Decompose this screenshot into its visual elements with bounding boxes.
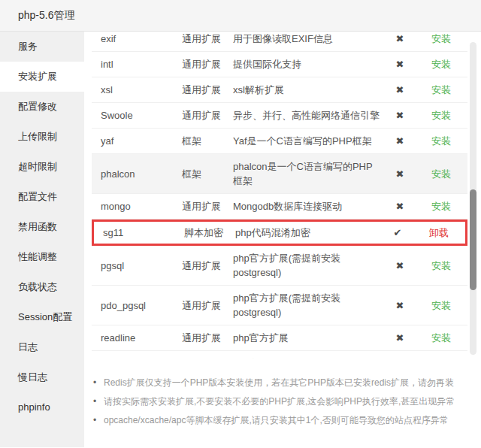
extension-type: 通用扩展	[182, 356, 233, 359]
action-cell: 安装	[415, 57, 467, 71]
extension-desc: Yaf是一个C语言编写的PHP框架	[233, 134, 385, 148]
status-cell: ✖	[385, 108, 415, 123]
content-panel: exif通用扩展用于图像读取EXIF信息✖安装intl通用扩展提供国际化支持✖安…	[84, 32, 481, 447]
sidebar-item-upload[interactable]: 上传限制	[0, 122, 84, 152]
status-cell: ✖	[385, 32, 415, 46]
action-cell: 安装	[415, 83, 467, 97]
status-cell: ✖	[385, 83, 415, 97]
status-not-installed-icon: ✖	[396, 300, 404, 311]
action-cell: 安装	[415, 259, 467, 273]
action-cell: 安装	[415, 356, 467, 359]
sidebar-item-extensions[interactable]: 安装扩展	[0, 62, 84, 92]
extension-type: 脚本加密	[184, 226, 235, 240]
extension-name: yaf	[92, 134, 182, 148]
status-cell: ✖	[385, 259, 415, 273]
extension-row-phalcon: phalcon框架phalcon是一个C语言编写的PHP框架✖安装	[92, 154, 467, 194]
action-cell: 安装	[415, 32, 467, 46]
extension-desc: Mongodb数据库连接驱动	[233, 199, 385, 213]
extension-desc: 用于图像读取EXIF信息	[233, 32, 385, 46]
action-cell: 安装	[415, 199, 467, 213]
install-button[interactable]: 安装	[431, 135, 451, 147]
status-cell: ✖	[385, 167, 415, 181]
extension-type: 通用扩展	[182, 57, 233, 71]
install-button[interactable]: 安装	[431, 84, 451, 95]
sidebar-item-config[interactable]: 配置修改	[0, 92, 84, 122]
extension-name: sg11	[94, 226, 184, 240]
install-button[interactable]: 安装	[431, 201, 451, 212]
extension-type: 框架	[182, 134, 233, 148]
window-title-bar: php-5.6管理	[0, 0, 481, 32]
extension-row-intl: intl通用扩展提供国际化支持✖安装	[92, 52, 467, 77]
sidebar-item-timeout[interactable]: 超时限制	[0, 152, 84, 182]
sidebar-item-conf-file[interactable]: 配置文件	[0, 182, 84, 212]
extension-desc: php官方扩展(需提前安装postgresql)	[233, 251, 385, 280]
install-button[interactable]: 安装	[431, 358, 451, 359]
extension-name: pgsql	[92, 259, 182, 273]
extension-row-xsl: xsl通用扩展xsl解析扩展✖安装	[92, 77, 467, 103]
extension-desc: xsl解析扩展	[233, 83, 385, 97]
extension-row-mongo: mongo通用扩展Mongodb数据库连接驱动✖安装	[92, 194, 467, 219]
extension-row-exif: exif通用扩展用于图像读取EXIF信息✖安装	[92, 32, 467, 52]
extension-name: pdo_pgsql	[92, 298, 182, 313]
status-cell: ✔	[383, 226, 413, 240]
extension-desc: 异步、并行、高性能网络通信引擎	[233, 108, 385, 123]
extension-row-pdo_pgsql: pdo_pgsql通用扩展php官方扩展(需提前安装postgresql)✖安装	[92, 286, 467, 325]
status-not-installed-icon: ✖	[396, 59, 404, 70]
action-cell: 安装	[415, 298, 467, 313]
extension-name: exif	[92, 32, 182, 46]
sidebar-item-performance[interactable]: 性能调整	[0, 242, 84, 272]
note-item: opcache/xcache/apc等脚本缓存扩展,请只安装其中1个,否则可能导…	[93, 411, 473, 430]
install-button[interactable]: 安装	[431, 260, 451, 271]
extensions-table: exif通用扩展用于图像读取EXIF信息✖安装intl通用扩展提供国际化支持✖安…	[92, 32, 467, 359]
extension-row-yaf: yaf框架Yaf是一个C语言编写的PHP框架✖安装	[92, 129, 467, 154]
install-button[interactable]: 安装	[431, 110, 451, 121]
status-not-installed-icon: ✖	[396, 84, 404, 95]
status-cell: ✖	[385, 331, 415, 345]
sidebar-item-phpinfo[interactable]: phpinfo	[0, 392, 84, 422]
extension-row: 通用扩展php官方扩展✖安装	[92, 351, 467, 359]
status-not-installed-icon: ✖	[396, 260, 404, 271]
extension-type: 通用扩展	[182, 199, 233, 213]
action-cell: 安装	[415, 167, 467, 181]
status-not-installed-icon: ✖	[396, 110, 404, 121]
sidebar: 服务安装扩展配置修改上传限制超时限制配置文件禁用函数性能调整负载状态Sessio…	[0, 32, 84, 447]
install-button[interactable]: 安装	[431, 332, 451, 344]
extension-name: readline	[92, 331, 182, 345]
extension-desc: php官方扩展	[233, 356, 385, 359]
extension-type: 通用扩展	[182, 331, 233, 345]
install-button[interactable]: 安装	[431, 59, 451, 70]
scrollbar-thumb[interactable]	[470, 189, 476, 290]
extension-name: Swoole	[92, 108, 182, 123]
sidebar-item-disabled-functions[interactable]: 禁用函数	[0, 212, 84, 242]
uninstall-button[interactable]: 卸载	[429, 227, 449, 238]
install-button[interactable]: 安装	[431, 168, 451, 180]
extension-row-readline: readline通用扩展php官方扩展✖安装	[92, 325, 467, 351]
extension-desc: php代码混淆加密	[235, 226, 383, 240]
action-cell: 安装	[415, 108, 467, 123]
extension-row-pgsql: pgsql通用扩展php官方扩展(需提前安装postgresql)✖安装	[92, 246, 467, 286]
notes-list: Redis扩展仅支持一个PHP版本安装使用，若在其它PHP版本已安装redis扩…	[93, 374, 473, 430]
status-not-installed-icon: ✖	[396, 168, 404, 180]
status-cell: ✖	[385, 199, 415, 213]
note-item: Redis扩展仅支持一个PHP版本安装使用，若在其它PHP版本已安装redis扩…	[93, 374, 473, 392]
sidebar-item-load-status[interactable]: 负载状态	[0, 272, 84, 302]
extension-type: 通用扩展	[182, 32, 233, 46]
scrollbar-track[interactable]	[470, 42, 476, 355]
extension-name: intl	[92, 57, 182, 71]
extension-type: 通用扩展	[182, 259, 233, 273]
install-button[interactable]: 安装	[431, 33, 451, 44]
status-not-installed-icon: ✖	[396, 332, 404, 344]
sidebar-item-log[interactable]: 日志	[0, 332, 84, 362]
extension-desc: php官方扩展	[233, 331, 385, 345]
action-cell: 安装	[415, 331, 467, 345]
sidebar-item-slow-log[interactable]: 慢日志	[0, 362, 84, 392]
extension-desc: 提供国际化支持	[233, 57, 385, 71]
extension-desc: php官方扩展(需提前安装postgresql)	[233, 291, 385, 319]
status-cell: ✖	[385, 356, 415, 359]
sidebar-item-session[interactable]: Session配置	[0, 302, 84, 332]
extension-name: phalcon	[92, 167, 182, 181]
sidebar-item-service[interactable]: 服务	[0, 32, 84, 62]
status-cell: ✖	[385, 298, 415, 313]
extension-type: 通用扩展	[182, 83, 233, 97]
install-button[interactable]: 安装	[431, 300, 451, 311]
